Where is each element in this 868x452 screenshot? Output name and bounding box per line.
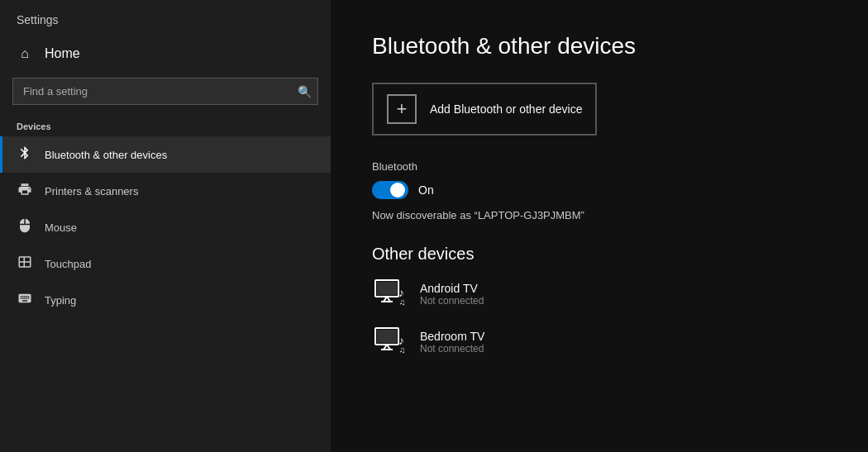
home-label: Home <box>45 46 80 61</box>
sidebar-item-printers[interactable]: Printers & scanners <box>0 173 331 209</box>
home-nav-item[interactable]: ⌂ Home <box>0 36 331 71</box>
sidebar-item-typing-label: Typing <box>45 294 76 307</box>
sidebar-item-touchpad[interactable]: Touchpad <box>0 245 331 282</box>
devices-section-label: Devices <box>0 115 331 136</box>
bluetooth-icon <box>17 145 33 164</box>
bedroom-tv-info: Bedroom TV Not connected <box>420 330 484 354</box>
svg-text:♫: ♫ <box>399 297 406 307</box>
touchpad-icon <box>17 255 33 273</box>
sidebar-item-printers-label: Printers & scanners <box>45 185 138 197</box>
search-input[interactable] <box>12 78 318 105</box>
sidebar: Settings ⌂ Home 🔍 Devices Bluetooth & ot… <box>0 0 331 452</box>
plus-icon: + <box>387 94 417 124</box>
sidebar-item-touchpad-label: Touchpad <box>45 258 91 270</box>
svg-rect-8 <box>377 330 397 343</box>
add-device-label: Add Bluetooth or other device <box>430 102 582 116</box>
android-tv-name: Android TV <box>420 282 484 295</box>
bluetooth-toggle-label: On <box>418 183 434 197</box>
sidebar-item-bluetooth-label: Bluetooth & other devices <box>45 149 167 161</box>
toggle-knob <box>390 183 405 197</box>
discoverable-text: Now discoverable as “LAPTOP-GJ3PJMBM” <box>372 209 827 221</box>
search-container: 🔍 <box>12 78 318 105</box>
add-device-button[interactable]: + Add Bluetooth or other device <box>372 83 597 136</box>
device-item-android-tv[interactable]: ♪ ♫ Android TV Not connected <box>372 277 827 312</box>
android-tv-status: Not connected <box>420 295 484 307</box>
android-tv-icon: ♪ ♫ <box>372 277 407 312</box>
bluetooth-section-title: Bluetooth <box>372 160 827 173</box>
sidebar-item-mouse[interactable]: Mouse <box>0 209 331 245</box>
sidebar-item-bluetooth[interactable]: Bluetooth & other devices <box>0 136 331 173</box>
svg-text:♫: ♫ <box>399 345 406 354</box>
sidebar-item-typing[interactable]: Typing <box>0 282 331 318</box>
sidebar-item-mouse-label: Mouse <box>45 221 77 234</box>
svg-rect-1 <box>377 282 397 295</box>
home-icon: ⌂ <box>17 46 33 61</box>
mouse-icon <box>17 218 33 236</box>
bluetooth-toggle-row: On <box>372 181 827 199</box>
search-button[interactable]: 🔍 <box>298 85 312 98</box>
printers-icon <box>17 182 33 200</box>
app-title: Settings <box>0 0 331 36</box>
bluetooth-toggle[interactable] <box>372 181 408 199</box>
device-item-bedroom-tv[interactable]: ♪ ♫ Bedroom TV Not connected <box>372 325 827 359</box>
page-title: Bluetooth & other devices <box>372 33 827 59</box>
bedroom-tv-icon: ♪ ♫ <box>372 325 407 359</box>
main-content: Bluetooth & other devices + Add Bluetoot… <box>331 0 868 452</box>
keyboard-icon <box>17 291 33 309</box>
other-devices-title: Other devices <box>372 245 827 264</box>
bedroom-tv-status: Not connected <box>420 343 484 354</box>
bedroom-tv-name: Bedroom TV <box>420 330 484 343</box>
android-tv-info: Android TV Not connected <box>420 282 484 307</box>
